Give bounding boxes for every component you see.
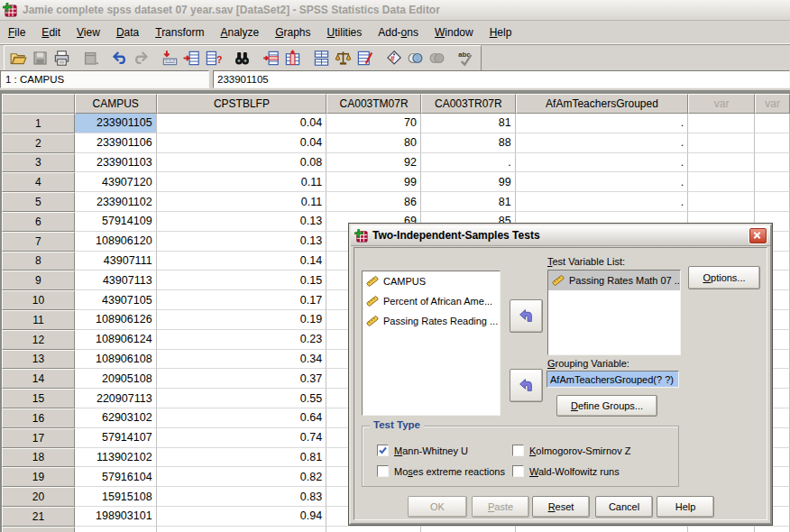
column-header-var[interactable]: var xyxy=(688,94,755,114)
cell-r9-CPSTBLFP[interactable]: 0.15 xyxy=(157,271,327,290)
cell-r18-CAMPUS[interactable]: 113902102 xyxy=(75,448,157,468)
recall-dialog-icon[interactable] xyxy=(80,48,101,69)
show-all-variables-icon[interactable] xyxy=(427,48,447,69)
move-to-test-list-button[interactable] xyxy=(510,299,543,333)
menu-edit[interactable]: Edit xyxy=(33,26,69,39)
cell-r15-CPSTBLFP[interactable]: 0.55 xyxy=(157,389,327,408)
cell-r3-var2[interactable] xyxy=(755,153,790,173)
row-header-16[interactable]: 16 xyxy=(2,408,75,428)
select-all-corner[interactable] xyxy=(2,94,75,114)
source-variable-list[interactable]: CAMPUSPercent of African Ame...Passing R… xyxy=(362,271,501,416)
cell-r20-CPSTBLFP[interactable]: 0.83 xyxy=(157,487,327,507)
row-header-10[interactable]: 10 xyxy=(2,290,75,310)
row-header-18[interactable]: 18 xyxy=(2,448,75,468)
menu-help[interactable]: Help xyxy=(482,26,520,39)
cell-r9-CAMPUS[interactable]: 43907113 xyxy=(75,271,157,290)
checkbox-mann-whitney-u[interactable]: Mann-Whitney U xyxy=(377,445,468,456)
cell-r13-CPSTBLFP[interactable]: 0.34 xyxy=(157,350,327,370)
print-icon[interactable] xyxy=(51,48,72,69)
cell-r1-AfAmTeachersGrouped[interactable]: . xyxy=(516,114,689,133)
row-header-20[interactable]: 20 xyxy=(2,487,75,507)
row-header-9[interactable]: 9 xyxy=(2,271,75,290)
menu-graphs[interactable]: Graphs xyxy=(267,26,318,39)
cell-r4-CA003TR07R[interactable]: 99 xyxy=(421,172,516,192)
cell-r17-CAMPUS[interactable]: 57914107 xyxy=(75,428,157,448)
column-header-ca003tm07r[interactable]: CA003TM07R xyxy=(326,94,421,114)
cell-r2-CPSTBLFP[interactable]: 0.04 xyxy=(157,133,327,153)
checkbox-wald-wolfowitz-runs[interactable]: Wald-Wolfowitz runs xyxy=(512,465,620,477)
cell-r7-CPSTBLFP[interactable]: 0.13 xyxy=(157,232,327,252)
variables-icon[interactable]: ? xyxy=(203,48,224,69)
cell-r5-CAMPUS[interactable]: 233901102 xyxy=(75,192,157,212)
menu-window[interactable]: Window xyxy=(427,26,482,39)
cell-r4-CA003TM07R[interactable]: 99 xyxy=(326,172,421,192)
menu-add-ons[interactable]: Add-ons xyxy=(370,26,427,39)
cell-r3-CAMPUS[interactable]: 233901103 xyxy=(75,153,157,173)
cell-r16-CAMPUS[interactable]: 62903102 xyxy=(75,408,157,428)
cell-r2-var2[interactable] xyxy=(755,133,790,153)
column-header-ca003tr07r[interactable]: CA003TR07R xyxy=(421,94,516,114)
source-variable-percent-of-african-ame[interactable]: Percent of African Ame... xyxy=(363,291,500,311)
redo-icon[interactable] xyxy=(131,48,152,69)
help-button[interactable]: Help xyxy=(657,496,714,518)
checkbox-kolmogorov-smirnov-z[interactable]: Kolmogorov-Smirnov Z xyxy=(512,445,630,456)
checkbox-moses-extreme-reactions[interactable]: Moses extreme reactions xyxy=(377,465,505,477)
cell-r1-CAMPUS[interactable]: 233901105 xyxy=(75,114,157,133)
cell-r10-CAMPUS[interactable]: 43907105 xyxy=(75,290,157,310)
use-sets-icon[interactable] xyxy=(405,48,426,69)
cell-r3-CA003TM07R[interactable]: 92 xyxy=(326,153,421,173)
goto-case-icon[interactable] xyxy=(181,48,202,69)
cell-r19-CPSTBLFP[interactable]: 0.82 xyxy=(157,467,327,487)
cell-r14-CPSTBLFP[interactable]: 0.37 xyxy=(157,369,327,389)
cell-r4-CAMPUS[interactable]: 43907120 xyxy=(75,172,157,192)
cell-r1-var1[interactable] xyxy=(688,114,755,133)
cell-r2-var1[interactable] xyxy=(688,133,755,153)
cell-r2-AfAmTeachersGrouped[interactable]: . xyxy=(516,133,689,153)
row-header-17[interactable]: 17 xyxy=(2,428,75,448)
cell-r12-CAMPUS[interactable]: 108906124 xyxy=(75,330,157,350)
row-header-2[interactable]: 2 xyxy=(2,133,75,153)
row-header-3[interactable]: 3 xyxy=(2,153,75,173)
row-header-14[interactable]: 14 xyxy=(2,369,75,389)
row-header-8[interactable]: 8 xyxy=(2,252,75,271)
cell-r21-CAMPUS[interactable]: 198903101 xyxy=(75,507,157,527)
menu-data[interactable]: Data xyxy=(108,26,147,39)
cell-r5-CPSTBLFP[interactable]: 0.11 xyxy=(157,192,327,212)
column-header-campus[interactable]: CAMPUS xyxy=(75,94,157,114)
cell-r10-CPSTBLFP[interactable]: 0.17 xyxy=(157,290,327,310)
cell-r4-var1[interactable] xyxy=(688,172,755,192)
insert-variable-icon[interactable] xyxy=(282,48,303,69)
row-header-5[interactable]: 5 xyxy=(2,192,75,212)
test-variable-list[interactable]: Passing Rates Math 07 ... xyxy=(547,270,681,355)
cell-r4-AfAmTeachersGrouped[interactable]: . xyxy=(516,172,689,192)
cell-r12-CPSTBLFP[interactable]: 0.23 xyxy=(157,330,327,350)
menu-analyze[interactable]: Analyze xyxy=(212,26,267,39)
goto-chart-icon[interactable] xyxy=(160,48,180,69)
cell-r5-CA003TR07R[interactable]: 81 xyxy=(421,192,516,212)
cell-r1-CPSTBLFP[interactable]: 0.04 xyxy=(157,114,327,133)
row-header-13[interactable]: 13 xyxy=(2,350,75,370)
spell-check-icon[interactable]: abc xyxy=(455,48,476,69)
cancel-button[interactable]: Cancel xyxy=(595,496,653,518)
menu-view[interactable]: View xyxy=(69,26,108,39)
save-icon[interactable] xyxy=(30,48,51,69)
test-variable-passing-rates-math-07[interactable]: Passing Rates Math 07 ... xyxy=(548,271,680,290)
weight-cases-icon[interactable] xyxy=(333,48,354,69)
cell-r14-CAMPUS[interactable]: 20905108 xyxy=(75,369,157,389)
cell-r17-CPSTBLFP[interactable]: 0.74 xyxy=(157,428,327,448)
menu-file[interactable]: File xyxy=(0,26,33,39)
cell-editor-value[interactable]: 233901105 xyxy=(213,70,790,88)
row-header-1[interactable]: 1 xyxy=(2,114,75,133)
cell-r18-CPSTBLFP[interactable]: 0.81 xyxy=(157,448,327,468)
ok-button[interactable]: OK xyxy=(408,496,467,518)
cell-r20-CAMPUS[interactable]: 15915108 xyxy=(75,487,157,507)
cell-r7-CAMPUS[interactable]: 108906120 xyxy=(75,232,157,252)
select-cases-icon[interactable] xyxy=(354,48,375,69)
cell-r2-CAMPUS[interactable]: 233901106 xyxy=(75,133,157,153)
column-header-cpstblfp[interactable]: CPSTBLFP xyxy=(157,94,327,114)
cell-r8-CPSTBLFP[interactable]: 0.14 xyxy=(157,252,327,271)
paste-button[interactable]: Paste xyxy=(472,496,529,518)
cell-r5-var1[interactable] xyxy=(688,192,755,212)
cell-r3-AfAmTeachersGrouped[interactable]: . xyxy=(516,153,689,173)
find-icon[interactable] xyxy=(232,48,253,69)
